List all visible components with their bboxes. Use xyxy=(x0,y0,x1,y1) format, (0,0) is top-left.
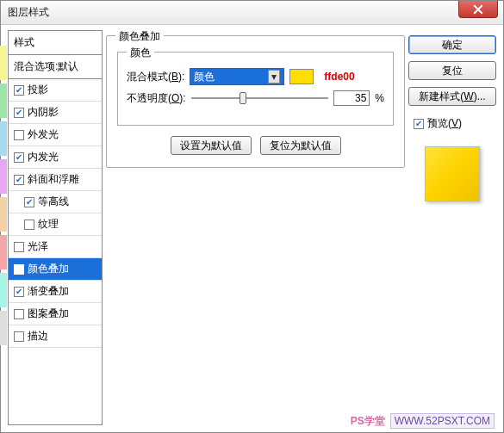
styles-tree: 样式 混合选项:默认 投影内阴影外发光内发光斜面和浮雕等高线纹理光泽颜色叠加渐变… xyxy=(8,30,103,425)
decorative-strips xyxy=(0,46,7,349)
tree-item-label: 内阴影 xyxy=(28,105,59,120)
tree-item-3[interactable]: 内发光 xyxy=(9,146,102,169)
tree-item-label: 斜面和浮雕 xyxy=(28,172,79,187)
tree-item-label: 渐变叠加 xyxy=(28,284,69,299)
tree-item-label: 光泽 xyxy=(28,239,48,254)
tree-item-4[interactable]: 斜面和浮雕 xyxy=(9,169,102,191)
tree-item-label: 描边 xyxy=(28,329,48,343)
tree-item-label: 颜色叠加 xyxy=(28,262,69,276)
opacity-unit: % xyxy=(375,92,384,104)
checkbox-icon[interactable] xyxy=(14,242,24,252)
reset-default-button[interactable]: 复位为默认值 xyxy=(260,136,341,155)
close-icon xyxy=(473,4,483,15)
reset-button[interactable]: 复位 xyxy=(408,61,496,80)
window-title: 图层样式 xyxy=(4,5,49,20)
checkbox-icon[interactable] xyxy=(24,220,34,230)
color-hex-label: ffde00 xyxy=(324,71,354,83)
footer-link: WWW.52PSXT.COM xyxy=(390,413,495,429)
new-style-button[interactable]: 新建样式(W)... xyxy=(408,87,496,106)
footer-credit: PS学堂 xyxy=(351,414,385,429)
chevron-down-icon: ▾ xyxy=(268,70,280,84)
ok-button[interactable]: 确定 xyxy=(408,35,496,54)
checkbox-icon[interactable] xyxy=(14,108,24,118)
tree-item-label: 外发光 xyxy=(28,127,59,142)
preview-swatch xyxy=(425,146,480,201)
tree-item-11[interactable]: 描边 xyxy=(9,325,102,348)
tree-item-label: 投影 xyxy=(28,83,48,97)
preview-label: 预览(V) xyxy=(427,116,462,131)
checkbox-icon[interactable] xyxy=(14,309,24,319)
checkbox-icon[interactable] xyxy=(24,197,34,207)
tree-item-2[interactable]: 外发光 xyxy=(9,124,102,146)
opacity-input[interactable] xyxy=(333,90,370,106)
tree-item-label: 纹理 xyxy=(38,217,59,232)
blend-options-row[interactable]: 混合选项:默认 xyxy=(9,55,102,79)
tree-item-label: 内发光 xyxy=(28,150,59,164)
checkbox-icon[interactable] xyxy=(14,264,24,275)
tree-header: 样式 xyxy=(9,31,102,55)
preview-checkbox[interactable]: 预览(V) xyxy=(414,116,496,131)
checkbox-icon xyxy=(414,119,424,129)
blend-mode-label: 混合模式(B): xyxy=(127,70,184,84)
group-title: 颜色叠加 xyxy=(115,29,164,44)
checkbox-icon[interactable] xyxy=(14,85,24,96)
right-panel: 确定 复位 新建样式(W)... 预览(V) xyxy=(408,30,496,425)
close-button[interactable] xyxy=(458,1,498,18)
slider-thumb[interactable] xyxy=(240,92,246,104)
opacity-slider[interactable] xyxy=(191,91,329,105)
blend-mode-combo[interactable]: 颜色 ▾ xyxy=(190,68,284,85)
checkbox-icon[interactable] xyxy=(14,130,24,140)
tree-item-6[interactable]: 纹理 xyxy=(9,213,102,236)
tree-item-0[interactable]: 投影 xyxy=(9,79,102,102)
tree-item-10[interactable]: 图案叠加 xyxy=(9,303,102,325)
footer: PS学堂 WWW.52PSXT.COM xyxy=(351,413,495,429)
color-swatch[interactable] xyxy=(289,69,314,84)
tree-item-label: 等高线 xyxy=(38,195,69,209)
color-group-title: 颜色 xyxy=(127,46,154,60)
main-panel: 颜色叠加 颜色 混合模式(B): 颜色 ▾ ffde00 不透明度(O): xyxy=(106,30,405,425)
checkbox-icon[interactable] xyxy=(14,152,24,163)
opacity-label: 不透明度(O): xyxy=(127,91,186,106)
tree-item-1[interactable]: 内阴影 xyxy=(9,102,102,124)
checkbox-icon[interactable] xyxy=(14,175,24,185)
checkbox-icon[interactable] xyxy=(14,287,24,297)
tree-item-7[interactable]: 光泽 xyxy=(9,236,102,258)
tree-item-8[interactable]: 颜色叠加 xyxy=(9,258,102,281)
tree-item-9[interactable]: 渐变叠加 xyxy=(9,281,102,303)
tree-item-5[interactable]: 等高线 xyxy=(9,191,102,213)
blend-mode-value: 颜色 xyxy=(194,70,215,84)
checkbox-icon[interactable] xyxy=(14,331,24,342)
set-default-button[interactable]: 设置为默认值 xyxy=(171,136,252,155)
titlebar: 图层样式 xyxy=(1,1,503,25)
tree-item-label: 图案叠加 xyxy=(28,306,69,321)
